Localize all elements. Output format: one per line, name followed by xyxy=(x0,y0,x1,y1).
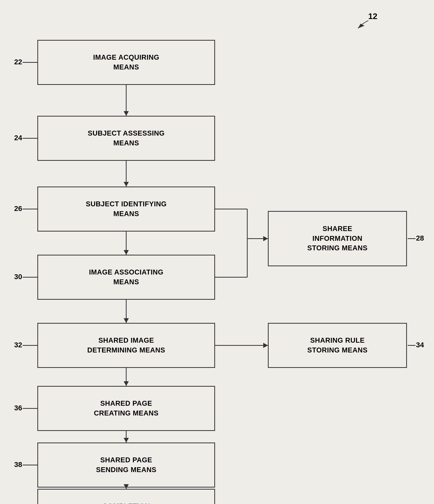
svg-marker-3 xyxy=(124,182,129,187)
box-b28: SHAREEINFORMATIONSTORING MEANS xyxy=(268,211,407,266)
ref-label-36: 36 xyxy=(14,404,22,412)
ref-label-34: 34 xyxy=(416,341,424,349)
ref-line-32 xyxy=(23,345,37,346)
box-b30: IMAGE ASSOCIATINGMEANS xyxy=(37,255,215,300)
ref-label-28: 28 xyxy=(416,234,424,242)
ref-label-32: 32 xyxy=(14,341,22,349)
svg-marker-9 xyxy=(124,381,129,386)
box-b36: SHARED PAGECREATING MEANS xyxy=(37,386,215,431)
ref-line-38 xyxy=(23,465,37,465)
box-b40: COMPLETIONREPORTING MEANS xyxy=(37,489,215,504)
ref-line-34 xyxy=(408,345,415,346)
ref-line-30 xyxy=(23,277,37,278)
svg-marker-5 xyxy=(124,250,129,255)
ref-label-24: 24 xyxy=(14,134,22,142)
svg-marker-24 xyxy=(263,343,268,348)
ref-line-28 xyxy=(408,238,415,239)
ref-label-38: 38 xyxy=(14,461,22,469)
diagram: IMAGE ACQUIRINGMEANS22SUBJECT ASSESSINGM… xyxy=(0,0,434,504)
box-b22: IMAGE ACQUIRINGMEANS xyxy=(37,40,215,85)
ref-label-22: 22 xyxy=(14,58,22,66)
figure-label: 12 xyxy=(368,12,377,21)
box-b24: SUBJECT ASSESSINGMEANS xyxy=(37,116,215,161)
svg-marker-7 xyxy=(124,318,129,323)
svg-marker-14 xyxy=(358,24,364,28)
svg-marker-18 xyxy=(263,236,268,241)
svg-marker-1 xyxy=(124,111,129,116)
box-b26: SUBJECT IDENTIFYINGMEANS xyxy=(37,187,215,232)
ref-line-22 xyxy=(23,62,37,63)
svg-marker-11 xyxy=(124,438,129,443)
ref-line-26 xyxy=(23,209,37,209)
ref-line-36 xyxy=(23,408,37,409)
ref-label-26: 26 xyxy=(14,205,22,213)
box-b32: SHARED IMAGEDETERMINING MEANS xyxy=(37,323,215,368)
ref-line-24 xyxy=(23,138,37,139)
box-b38: SHARED PAGESENDING MEANS xyxy=(37,443,215,488)
box-b34: SHARING RULESTORING MEANS xyxy=(268,323,407,368)
ref-label-30: 30 xyxy=(14,273,22,281)
